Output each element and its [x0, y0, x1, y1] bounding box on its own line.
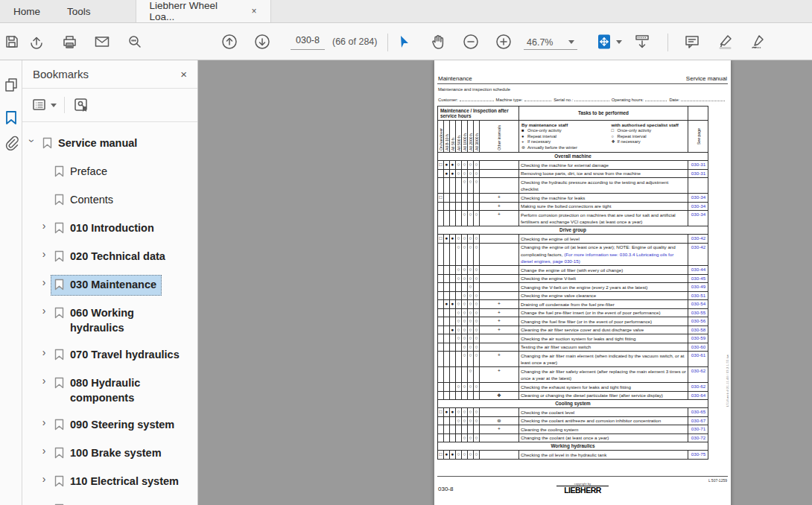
tab-document[interactable]: Liebherr Wheel Loa... × — [136, 0, 271, 22]
chevron-icon[interactable]: › — [25, 134, 39, 147]
page-ref-link[interactable] — [688, 178, 708, 193]
interval-cell — [450, 309, 456, 317]
bookmark-item-110-electrical-system[interactable]: › 110 Electrical system — [25, 468, 194, 496]
chevron-icon[interactable]: › — [37, 373, 51, 388]
bookmarks-panel-icon[interactable] — [3, 109, 19, 126]
chevron-icon[interactable]: › — [37, 500, 51, 505]
goto-current-bookmark-icon[interactable] — [72, 96, 90, 114]
chevron-icon[interactable]: › — [37, 471, 51, 486]
tab-tools[interactable]: Tools — [54, 0, 104, 22]
interval-cell: ○ — [474, 352, 480, 366]
bookmark-hit-area[interactable]: 010 Introduction — [51, 218, 159, 239]
bookmark-item-contents[interactable]: Contents — [25, 186, 194, 215]
bookmark-label: 200 Service codes, diagnosis — [70, 502, 188, 505]
page-ref-link[interactable]: 030-34 — [688, 194, 708, 202]
page-ref-link[interactable]: 030-61 — [688, 352, 708, 366]
bookmark-hit-area[interactable]: 020 Technical data — [51, 247, 171, 267]
bookmark-item-200-service-codes-diagnosis[interactable]: › 200 Service codes, diagnosis — [25, 496, 194, 505]
chevron-icon[interactable]: › — [37, 443, 51, 458]
bookmark-item-service-manual[interactable]: › Service manual — [25, 130, 194, 158]
tab-close-icon[interactable]: × — [252, 6, 257, 16]
bookmark-item-preface[interactable]: Preface — [25, 158, 194, 186]
page-ref-link[interactable]: 030-71 — [688, 425, 708, 433]
bookmark-hit-area[interactable]: Preface — [51, 162, 112, 182]
page-ref-link[interactable]: 030-65 — [688, 408, 708, 416]
page-up-icon[interactable] — [218, 30, 241, 54]
page-number-input[interactable]: 030-8 — [291, 35, 325, 50]
interval-cell: ○ — [468, 326, 474, 334]
page-ref-link[interactable]: 030-45 — [688, 275, 708, 283]
scroll-mode-icon[interactable] — [630, 30, 654, 54]
page-ref-link[interactable]: 030-49 — [688, 283, 708, 291]
page-down-icon[interactable] — [250, 30, 274, 54]
page-ref-link[interactable]: 030-34 — [688, 211, 708, 226]
bookmark-hit-area[interactable]: 110 Electrical system — [51, 471, 184, 492]
highlight-icon[interactable] — [714, 30, 738, 54]
zoom-out-icon[interactable] — [459, 30, 483, 54]
bookmark-item-100-brake-system[interactable]: › 100 Brake system — [25, 439, 194, 468]
zoom-in-icon[interactable] — [492, 30, 516, 54]
print-icon[interactable] — [57, 30, 81, 54]
sign-icon[interactable] — [746, 30, 770, 54]
fit-page-dropdown-icon[interactable] — [613, 30, 625, 54]
chevron-icon[interactable]: › — [37, 247, 51, 261]
bookmark-hit-area[interactable]: 030 Maintenance — [51, 275, 162, 296]
close-icon[interactable]: × — [180, 68, 187, 80]
page-ref-link[interactable]: 030-72 — [688, 434, 708, 442]
page-ref-link[interactable]: 030-75 — [688, 451, 708, 459]
chevron-icon[interactable]: › — [37, 275, 51, 290]
bookmark-item-010-introduction[interactable]: › 010 Introduction — [25, 215, 194, 243]
page-ref-link[interactable]: 030-56 — [688, 317, 708, 325]
bookmark-options-icon[interactable] — [31, 97, 57, 113]
comment-icon[interactable] — [680, 30, 704, 54]
page-ref-link[interactable]: 030-42 — [688, 235, 708, 243]
page-ref-link[interactable]: 030-55 — [688, 309, 708, 317]
bookmark-item-060-working-hydraulics[interactable]: › 060 Working hydraulics — [25, 299, 194, 341]
page-ref-link[interactable]: 030-34 — [688, 203, 708, 211]
attachments-icon[interactable] — [3, 135, 19, 151]
share-icon[interactable] — [25, 30, 48, 54]
bookmark-hit-area[interactable]: Service manual — [39, 133, 142, 154]
bookmark-hit-area[interactable]: Contents — [51, 190, 118, 211]
page-ref-link[interactable]: 030-51 — [688, 292, 708, 300]
page-ref-link[interactable]: 030-62 — [688, 383, 708, 391]
tab-home[interactable]: Home — [0, 0, 54, 22]
document-area[interactable]: Maintenance Service manual Maintenance a… — [199, 60, 812, 505]
page-ref-link[interactable]: 030-54 — [688, 300, 708, 308]
chevron-icon[interactable]: › — [37, 345, 51, 360]
interval-cell: ○ — [462, 292, 468, 300]
bookmark-hit-area[interactable]: 090 Steering system — [51, 415, 180, 436]
chevron-icon[interactable]: › — [37, 303, 51, 318]
page-ref-link[interactable]: 030-60 — [688, 343, 708, 352]
bookmark-item-070-travel-hydraulics[interactable]: › 070 Travel hydraulics — [25, 341, 194, 369]
page-ref-link[interactable]: 030-64 — [688, 392, 708, 400]
bookmark-item-090-steering-system[interactable]: › 090 Steering system — [25, 411, 194, 439]
bookmark-hit-area[interactable]: 060 Working hydraulics — [51, 303, 193, 337]
page-thumbnails-icon[interactable] — [3, 77, 19, 93]
toolbar-divider — [667, 34, 668, 51]
chevron-icon[interactable]: › — [37, 415, 51, 430]
bookmark-hit-area[interactable]: 080 Hydraulic components — [51, 373, 193, 407]
bookmark-hit-area[interactable]: 200 Service codes, diagnosis — [51, 500, 193, 505]
find-icon[interactable] — [123, 30, 147, 54]
email-icon[interactable] — [90, 30, 114, 54]
task-cell: Changing the V-belt on the engine (every… — [519, 283, 688, 291]
bookmark-item-020-technical-data[interactable]: › 020 Technical data — [25, 243, 194, 271]
bookmark-hit-area[interactable]: 070 Travel hydraulics — [51, 345, 185, 366]
page-ref-link[interactable]: 030-59 — [688, 334, 708, 343]
bookmark-item-030-maintenance[interactable]: › 030 Maintenance — [25, 271, 194, 299]
chevron-icon[interactable]: › — [37, 218, 51, 233]
bookmark-hit-area[interactable]: 100 Brake system — [51, 443, 167, 464]
bookmark-item-080-hydraulic-components[interactable]: › 080 Hydraulic components — [25, 369, 194, 411]
page-ref-link[interactable]: 030-58 — [688, 326, 708, 334]
hand-icon[interactable] — [426, 30, 450, 54]
page-ref-link[interactable]: 030-62 — [688, 367, 708, 382]
page-ref-link[interactable]: 030-42 — [688, 244, 708, 266]
page-ref-link[interactable]: 030-31 — [688, 170, 708, 178]
page-ref-link[interactable]: 030-67 — [688, 417, 708, 425]
page-ref-link[interactable]: 030-31 — [688, 161, 708, 169]
page-ref-link[interactable]: 030-44 — [688, 266, 708, 274]
save-icon[interactable] — [0, 30, 24, 54]
select-icon[interactable] — [393, 30, 416, 54]
zoom-level-select[interactable]: 46.7% — [524, 35, 577, 50]
